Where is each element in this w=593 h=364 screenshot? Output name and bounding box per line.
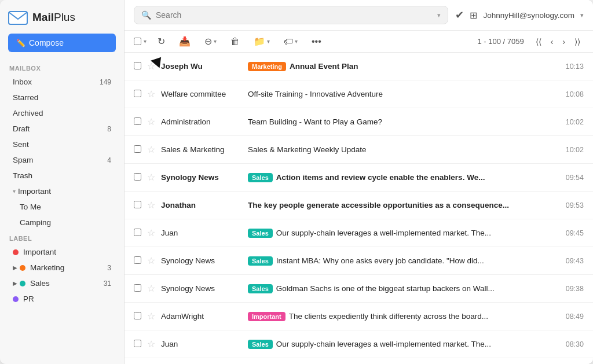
search-icon: 🔍 [141, 10, 151, 20]
row-checkbox[interactable] [134, 89, 141, 100]
row-checkbox[interactable] [134, 117, 141, 127]
email-row[interactable]: ☆ Synology News Sales Action items and r… [125, 164, 593, 192]
more-button[interactable]: ••• [309, 35, 324, 49]
email-row[interactable]: ☆ AdamWright Important The clients exped… [125, 303, 593, 330]
mark-button[interactable]: ⊖ ▾ [202, 34, 219, 49]
select-all-input[interactable] [134, 38, 141, 45]
email-sender: Welfare committee [161, 90, 242, 98]
star-icon[interactable]: ☆ [147, 339, 155, 350]
email-sender: Synology News [161, 173, 242, 182]
star-icon[interactable]: ☆ [147, 89, 155, 100]
star-icon[interactable]: ☆ [147, 283, 155, 294]
tag-button[interactable]: 🏷 ▾ [281, 35, 301, 49]
sidebar-item-draft[interactable]: Draft 8 [3, 122, 120, 136]
star-icon[interactable]: ☆ [147, 116, 155, 127]
sidebar-item-spam[interactable]: Spam 4 [3, 153, 120, 167]
email-body: Sales Our supply-chain leverages a well-… [248, 229, 554, 238]
email-checkbox[interactable] [134, 62, 141, 69]
important-dot [13, 249, 19, 255]
email-checkbox[interactable] [134, 284, 141, 292]
sidebar-label-pr[interactable]: PR [3, 292, 120, 306]
email-row[interactable]: ☆ Juan Sales Our supply-chain leverages … [125, 219, 593, 247]
sidebar-label-important[interactable]: Important [3, 245, 120, 259]
move-button[interactable]: 📁 ▾ [251, 34, 273, 49]
toolbar: ▾ ↻ 📥 ⊖ ▾ 🗑 📁 ▾ 🏷 ▾ ••• 1 - 100 / 7059 ⟨… [125, 31, 593, 53]
email-sender: Joseph Wu [161, 62, 242, 71]
logo-area: MailPlus [0, 6, 124, 34]
sidebar-item-inbox[interactable]: Inbox 149 [3, 75, 120, 89]
email-checkbox[interactable] [134, 117, 141, 125]
row-checkbox[interactable] [134, 145, 141, 155]
first-page-button[interactable]: ⟨⟨ [532, 35, 545, 48]
email-checkbox[interactable] [134, 201, 141, 208]
email-row[interactable]: ☆ Joseph Wu Marketing Annual Event Plan … [125, 53, 593, 80]
row-checkbox[interactable] [134, 311, 141, 322]
row-checkbox[interactable] [134, 61, 141, 72]
search-dropdown-icon[interactable]: ▾ [437, 12, 441, 19]
sidebar-item-sent[interactable]: Sent [3, 137, 120, 152]
email-checkbox[interactable] [134, 340, 141, 347]
move-chevron-icon[interactable]: ▾ [267, 38, 270, 45]
star-icon[interactable]: ☆ [147, 311, 155, 322]
email-row[interactable]: ☆ Sales & Marketing Sales & Marketing We… [125, 136, 593, 164]
sidebar-item-trash[interactable]: Trash [3, 168, 120, 183]
search-box[interactable]: 🔍 ▾ [134, 6, 448, 24]
email-sender: Jonathan [161, 201, 242, 209]
star-icon[interactable]: ☆ [147, 172, 155, 183]
email-subject: The key people generate accessible oppor… [248, 201, 509, 209]
email-checkbox[interactable] [134, 256, 141, 264]
star-icon[interactable]: ☆ [147, 61, 155, 72]
account-email[interactable]: JohnnyHill@synology.com [483, 11, 574, 20]
last-page-button[interactable]: ⟩⟩ [571, 35, 584, 48]
star-icon[interactable]: ☆ [147, 200, 155, 211]
sidebar-item-starred[interactable]: Starred [3, 90, 120, 105]
sidebar-label-marketing[interactable]: ▶ Marketing 3 [3, 260, 120, 275]
email-time: 08:30 [559, 340, 584, 348]
tag-chevron-icon[interactable]: ▾ [295, 38, 298, 45]
row-checkbox[interactable] [134, 256, 141, 266]
email-checkbox[interactable] [134, 229, 141, 236]
email-row[interactable]: ☆ Synology News Sales Instant MBA: Why o… [125, 247, 593, 275]
row-checkbox[interactable] [134, 339, 141, 350]
email-tag: Important [248, 312, 285, 321]
sidebar: MailPlus ✏️ Compose Mailbox Inbox 149 St… [0, 0, 125, 364]
archive-button[interactable]: 📥 [176, 34, 193, 49]
delete-button[interactable]: 🗑 [228, 35, 243, 49]
select-all-checkbox[interactable]: ▾ [134, 38, 147, 45]
sidebar-item-archived[interactable]: Archived [3, 106, 120, 120]
sidebar-label-sales[interactable]: ▶ Sales 31 [3, 276, 120, 291]
email-checkbox[interactable] [134, 312, 141, 319]
search-input[interactable] [156, 10, 430, 20]
row-checkbox[interactable] [134, 284, 141, 294]
email-checkbox[interactable] [134, 173, 141, 181]
next-page-button[interactable]: › [559, 35, 569, 48]
email-row[interactable]: ☆ Synology News Sales Goldman Sachs is o… [125, 275, 593, 303]
email-row[interactable]: ☆ Administration Team Building - Want to… [125, 108, 593, 136]
mark-icon: ⊖ [204, 36, 212, 47]
account-chevron-icon[interactable]: ▾ [580, 12, 584, 19]
select-all-chevron-icon[interactable]: ▾ [144, 38, 147, 45]
email-row[interactable]: ☆ Jonathan The key people generate acces… [125, 192, 593, 219]
email-body: Sales Our supply-chain leverages a well-… [248, 340, 554, 349]
email-checkbox[interactable] [134, 145, 141, 153]
email-body: Off-site Training - Innovative Adventure [248, 90, 554, 98]
email-checkbox[interactable] [134, 90, 141, 97]
row-checkbox[interactable] [134, 172, 141, 183]
compose-button[interactable]: ✏️ Compose [8, 34, 116, 52]
row-checkbox[interactable] [134, 228, 141, 238]
sidebar-item-tome[interactable]: To Me [3, 200, 120, 214]
email-row[interactable]: ☆ Jonathan The key people generate acces… [125, 358, 593, 364]
email-row[interactable]: ☆ Welfare committee Off-site Training - … [125, 80, 593, 108]
star-icon[interactable]: ☆ [147, 255, 155, 266]
topbar-right: ✔ ⊞ JohnnyHill@synology.com ▾ [455, 9, 584, 21]
email-time: 08:49 [559, 312, 584, 321]
prev-page-button[interactable]: ‹ [547, 35, 557, 48]
refresh-button[interactable]: ↻ [155, 34, 168, 49]
sidebar-item-camping[interactable]: Camping [3, 215, 120, 230]
star-icon[interactable]: ☆ [147, 227, 155, 238]
mark-chevron-icon[interactable]: ▾ [214, 38, 217, 45]
row-checkbox[interactable] [134, 200, 141, 211]
email-row[interactable]: ☆ Juan Sales Our supply-chain leverages … [125, 330, 593, 358]
star-icon[interactable]: ☆ [147, 144, 155, 155]
sidebar-item-important[interactable]: ▾ Important [3, 184, 120, 198]
